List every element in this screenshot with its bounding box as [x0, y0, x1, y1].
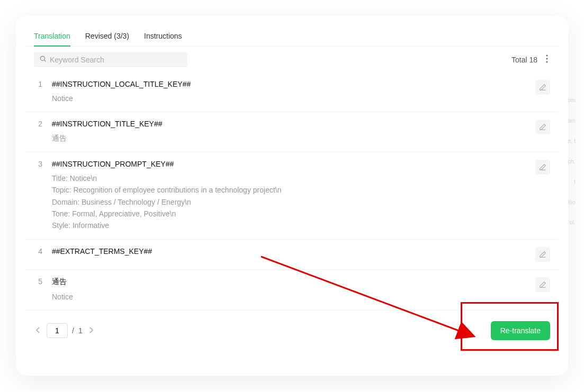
pencil-icon: [539, 281, 546, 288]
svg-point-2: [546, 55, 548, 57]
items-list: 1##INSTRUCTION_LOCAL_TITLE_KEY##Notice2#…: [25, 72, 559, 311]
item-content: 通告Notice: [52, 277, 526, 303]
page-prev-icon[interactable]: [34, 325, 42, 337]
page-separator: /: [72, 326, 74, 335]
more-menu-icon[interactable]: [544, 52, 550, 67]
item-content: ##INSTRUCTION_LOCAL_TITLE_KEY##Notice: [52, 80, 526, 104]
item-index: 1: [34, 80, 42, 88]
item-content: ##EXTRACT_TERMS_KEY##: [52, 247, 526, 260]
item-subtext: Title: Notice\n Topic: Recognition of em…: [52, 172, 526, 232]
page-current-input[interactable]: [47, 323, 68, 338]
item-title: ##INSTRUCTION_PROMPT_KEY##: [52, 160, 526, 168]
tab-revised[interactable]: Revised (3/3): [85, 26, 129, 47]
edit-button[interactable]: [535, 247, 550, 262]
tab-instructions[interactable]: Instructions: [144, 26, 182, 47]
list-item: 1##INSTRUCTION_LOCAL_TITLE_KEY##Notice: [25, 72, 559, 112]
tab-translation[interactable]: Translation: [34, 26, 70, 47]
list-item: 3##INSTRUCTION_PROMPT_KEY##Title: Notice…: [25, 152, 559, 240]
item-index: 4: [34, 247, 42, 256]
item-index: 3: [34, 160, 42, 168]
list-item: 5通告Notice: [25, 270, 559, 311]
app-window: y Com gram while, t ch. t ositio ul. 2 C…: [16, 16, 568, 376]
list-item: 4##EXTRACT_TERMS_KEY##: [25, 240, 559, 270]
search-icon: [39, 55, 47, 64]
item-title: 通告: [52, 277, 526, 287]
item-content: ##INSTRUCTION_PROMPT_KEY##Title: Notice\…: [52, 160, 526, 232]
item-index: 5: [34, 277, 42, 286]
toolbar: Total 18: [25, 47, 559, 72]
edit-button[interactable]: [535, 160, 550, 175]
background-decoration: y Com gram while, t ch. t ositio ul.: [558, 90, 576, 233]
page-total: 1: [78, 326, 83, 335]
item-index: 2: [34, 120, 42, 128]
pencil-icon: [539, 84, 546, 91]
svg-point-0: [40, 56, 44, 60]
pencil-icon: [539, 123, 546, 131]
item-title: ##INSTRUCTION_LOCAL_TITLE_KEY##: [52, 80, 526, 88]
total-count: Total 18: [511, 56, 537, 64]
toolbar-right: Total 18: [511, 52, 550, 67]
item-subtext: 通告: [52, 132, 526, 144]
main-panel: Translation Revised (3/3) Instructions T…: [25, 26, 559, 351]
item-title: ##INSTRUCTION_TITLE_KEY##: [52, 120, 526, 128]
svg-line-1: [44, 60, 46, 62]
tab-bar: Translation Revised (3/3) Instructions: [25, 26, 559, 47]
search-input[interactable]: [50, 56, 182, 64]
edit-button[interactable]: [535, 80, 550, 95]
item-subtext: Notice: [52, 93, 526, 104]
background-credits: 2 Credits 2 Credits 2 Credits: [360, 360, 500, 367]
item-subtext: Notice: [52, 291, 526, 303]
svg-point-4: [546, 61, 548, 63]
item-title: ##EXTRACT_TERMS_KEY##: [52, 247, 526, 256]
search-box[interactable]: [34, 52, 187, 67]
edit-button[interactable]: [535, 277, 550, 292]
pagination: / 1: [34, 323, 95, 338]
pencil-icon: [539, 163, 546, 171]
page-next-icon[interactable]: [87, 325, 95, 337]
edit-button[interactable]: [535, 120, 550, 134]
svg-point-3: [546, 58, 548, 60]
item-content: ##INSTRUCTION_TITLE_KEY##通告: [52, 120, 526, 144]
pencil-icon: [539, 251, 546, 258]
footer: / 1 Re-translate: [25, 311, 559, 351]
list-item: 2##INSTRUCTION_TITLE_KEY##通告: [25, 112, 559, 152]
retranslate-button[interactable]: Re-translate: [491, 321, 550, 340]
